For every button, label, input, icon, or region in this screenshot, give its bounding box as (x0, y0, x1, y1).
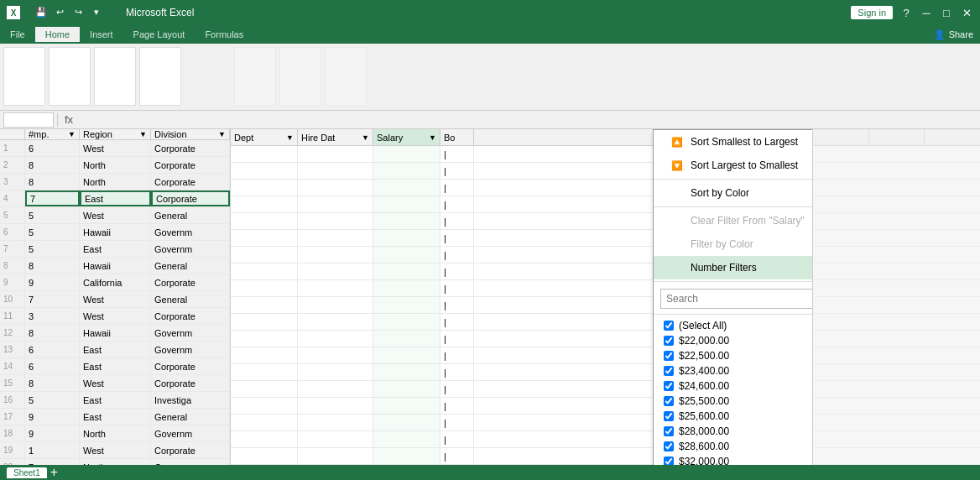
cell-salary (373, 180, 440, 196)
cell-bo: | (440, 297, 474, 313)
cell-bo: | (440, 381, 474, 397)
cell-bo: | (440, 230, 474, 246)
col-salary[interactable]: Salary ▼ (373, 129, 440, 145)
separator-1 (654, 179, 812, 180)
filter-arrow-division[interactable]: ▼ (218, 130, 226, 138)
sort-desc-icon: 🔽 (670, 159, 684, 172)
sort-color-item[interactable]: Sort by Color ▶ (654, 181, 812, 205)
left-col-emp[interactable]: #mp. ▼ (25, 129, 80, 139)
col-dept[interactable]: Dept ▼ (231, 129, 298, 145)
list-item[interactable]: $32,000.00 (654, 454, 812, 465)
cell-region: Hawaii (80, 325, 151, 341)
table-row: 5 5 West General (0, 207, 230, 224)
row-num: 3 (0, 174, 25, 190)
cell-hire (298, 431, 373, 447)
left-col-row-num (0, 129, 25, 139)
filter-arrow-hire[interactable]: ▼ (362, 133, 369, 142)
row-num: 11 (0, 308, 25, 324)
cell-dept (231, 347, 298, 363)
table-row: 9 9 California Corporate (0, 274, 230, 291)
filter-arrow-region[interactable]: ▼ (139, 130, 147, 138)
cell-emp: 7 (25, 459, 80, 465)
value-checkbox[interactable] (664, 441, 674, 451)
cell-salary (373, 297, 440, 313)
cell-region: North (80, 157, 151, 173)
cells-group (279, 47, 321, 106)
cell-emp: 5 (25, 241, 80, 257)
minimize-button[interactable]: ─ (920, 6, 933, 19)
search-input[interactable] (660, 289, 812, 309)
cell-bo: | (440, 263, 474, 279)
cell-region: Hawaii (80, 224, 151, 240)
checkbox-list[interactable]: (Select All) $22,000.00 $22,500.00 $23,4… (654, 315, 812, 465)
col-hire-date[interactable]: Hire Dat ▼ (298, 129, 373, 145)
cell-division: Corporate (151, 157, 230, 173)
list-item[interactable]: $22,000.00 (654, 333, 812, 348)
salary-filter-dropdown: 🔼 Sort Smallest to Largest 🔽 Sort Larges… (653, 129, 812, 465)
sort-asc-item[interactable]: 🔼 Sort Smallest to Largest (654, 130, 812, 154)
cell-dept (231, 163, 298, 179)
list-item[interactable]: $24,600.00 (654, 378, 812, 394)
save-qa-button[interactable]: 💾 (34, 4, 49, 19)
help-icon[interactable]: ? (899, 6, 913, 19)
cell-dept (231, 381, 298, 397)
sheet-tab[interactable]: Sheet1 (7, 467, 47, 478)
row-num: 19 (0, 442, 25, 458)
value-checkbox[interactable] (664, 396, 674, 406)
value-checkbox[interactable] (664, 426, 674, 436)
ribbon-tabs: File Home Insert Page Layout Formulas 👤 … (0, 25, 980, 44)
list-item[interactable]: $25,600.00 (654, 409, 812, 424)
cell-division: Corporate (151, 174, 230, 190)
col-bo[interactable]: Bo ▼ (440, 129, 474, 145)
signin-button[interactable]: Sign in (851, 6, 893, 19)
filter-arrow-dept[interactable]: ▼ (286, 133, 294, 142)
value-checkbox[interactable] (664, 457, 674, 465)
filter-arrow-salary[interactable]: ▼ (429, 133, 436, 142)
cell-region: West (80, 207, 151, 223)
name-box[interactable] (3, 112, 54, 128)
cell-hire (298, 196, 373, 212)
close-button[interactable]: ✕ (960, 6, 973, 19)
list-item[interactable]: $28,600.00 (654, 439, 812, 454)
value-checkbox[interactable] (664, 351, 674, 361)
sort-asc-label: Sort Smallest to Largest (691, 136, 798, 148)
list-item[interactable]: $22,500.00 (654, 348, 812, 363)
select-all-checkbox[interactable] (664, 321, 674, 331)
cell-emp: 7 (25, 291, 80, 307)
tab-file[interactable]: File (0, 27, 35, 42)
select-all-item[interactable]: (Select All) (654, 318, 812, 333)
tab-formulas[interactable]: Formulas (195, 27, 253, 42)
table-row: 16 5 East Investiga (0, 392, 230, 409)
share-button[interactable]: 👤 Share (934, 29, 973, 40)
value-checkbox[interactable] (664, 411, 674, 421)
left-col-division[interactable]: Division ▼ (151, 129, 230, 139)
title-bar-left: X 💾 ↩ ↪ ▾ Microsoft Excel (7, 6, 194, 19)
tab-insert[interactable]: Insert (80, 27, 123, 42)
row-num: 9 (0, 274, 25, 290)
redo-qa-button[interactable]: ↪ (70, 4, 86, 19)
cell-bo: | (440, 331, 474, 347)
list-item[interactable]: $28,000.00 (654, 424, 812, 439)
cell-bo: | (440, 415, 474, 430)
cell-hire (298, 364, 373, 380)
col-dept-label: Dept (234, 133, 253, 143)
table-row: 7 5 East Governm (0, 241, 230, 258)
add-sheet-button[interactable]: + (50, 465, 58, 480)
tab-home[interactable]: Home (35, 27, 80, 42)
filter-arrow-emp[interactable]: ▼ (68, 130, 76, 138)
cell-dept (231, 364, 298, 380)
value-checkbox[interactable] (664, 366, 674, 376)
restore-button[interactable]: □ (940, 6, 953, 19)
sort-desc-item[interactable]: 🔽 Sort Largest to Smallest (654, 154, 812, 177)
more-qa-button[interactable]: ▾ (89, 4, 104, 19)
list-item[interactable]: $25,500.00 (654, 394, 812, 409)
list-item[interactable]: $23,400.00 (654, 363, 812, 378)
cell-emp: 8 (25, 258, 80, 274)
value-checkbox[interactable] (664, 381, 674, 391)
left-col-region[interactable]: Region ▼ (80, 129, 151, 139)
value-checkbox[interactable] (664, 336, 674, 346)
tab-page-layout[interactable]: Page Layout (123, 27, 195, 42)
number-filters-item[interactable]: Number Filters ▶ (654, 256, 812, 279)
undo-qa-button[interactable]: ↩ (52, 4, 67, 19)
row-num: 15 (0, 375, 25, 391)
